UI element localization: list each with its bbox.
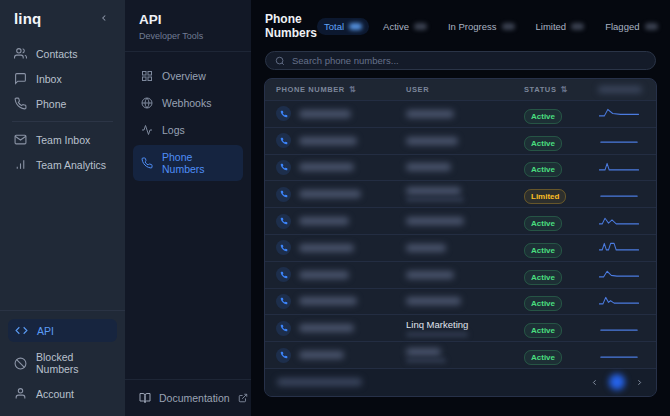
filter-tab-count-redacted: [571, 23, 584, 30]
code-icon: [15, 324, 28, 337]
status-cell: Active: [524, 105, 598, 123]
table-row[interactable]: Active: [265, 154, 656, 181]
user-cell: [406, 187, 524, 202]
user-cell: [406, 297, 524, 305]
user-cell: [406, 244, 524, 252]
book-icon: [139, 392, 151, 404]
usage-sparkline: [598, 268, 656, 281]
usage-sparkline: [598, 241, 656, 254]
status-cell: Active: [524, 292, 598, 310]
activity-icon: [141, 124, 153, 136]
panel-item-logs[interactable]: Logs: [133, 118, 243, 142]
usage-sparkline: [598, 215, 656, 228]
table-row[interactable]: Active: [265, 234, 656, 261]
chat-icon: [14, 72, 27, 85]
phone-number-cell: [276, 267, 406, 282]
status-badge: Active: [524, 216, 562, 231]
chevron-left-icon: [99, 13, 109, 23]
sidebar-item-api[interactable]: API: [8, 319, 117, 342]
sidebar-item-account[interactable]: Account: [0, 381, 125, 406]
user-cell: [406, 217, 524, 225]
sidebar-item-contacts[interactable]: Contacts: [0, 41, 125, 66]
phone-numbers-table: PHONE NUMBER ⇅ USER STATUS ⇅: [264, 78, 657, 397]
user-name-redacted: [406, 297, 461, 305]
status-badge: Active: [524, 109, 562, 124]
sidebar-item-inbox[interactable]: Inbox: [0, 66, 125, 91]
panel-item-overview[interactable]: Overview: [133, 64, 243, 88]
sidebar-item-label: Blocked Numbers: [36, 351, 111, 375]
user-cell: [406, 348, 524, 363]
user-name-redacted: [406, 244, 446, 252]
panel-title: API: [139, 12, 237, 27]
documentation-link[interactable]: Documentation: [125, 380, 251, 416]
phone-number-redacted: [299, 137, 357, 145]
previous-page-button[interactable]: [590, 378, 599, 387]
phone-number-cell: [276, 294, 406, 309]
status-cell: Active: [524, 158, 598, 176]
filter-tab-label: Flagged: [605, 21, 639, 32]
phone-icon: [276, 321, 291, 336]
user-icon: [14, 387, 27, 400]
column-header-phone-number[interactable]: PHONE NUMBER ⇅: [276, 85, 406, 94]
table-row[interactable]: Linq Marketing Active: [265, 314, 656, 341]
panel-item-phone-numbers[interactable]: Phone Numbers: [133, 145, 243, 181]
sidebar-item-phone[interactable]: Phone: [0, 91, 125, 116]
chevron-left-icon: [590, 378, 599, 387]
phone-icon: [276, 106, 291, 121]
filter-tab-in-progress[interactable]: In Progress: [441, 18, 522, 35]
phone-number-cell: [276, 106, 406, 121]
sidebar-item-team-inbox[interactable]: Team Inbox: [0, 127, 125, 152]
user-subtitle-redacted: [406, 358, 446, 363]
phone-number-redacted: [299, 190, 361, 198]
table-row[interactable]: Active: [265, 341, 656, 368]
user-name-redacted: [406, 348, 441, 356]
user-name-redacted: [406, 187, 461, 195]
column-header-status[interactable]: STATUS ⇅: [524, 85, 598, 94]
sidebar-item-team-analytics[interactable]: Team Analytics: [0, 152, 125, 177]
phone-number-cell: [276, 160, 406, 175]
panel-item-webhooks[interactable]: Webhooks: [133, 91, 243, 115]
current-page-redacted[interactable]: [609, 374, 625, 390]
pagination: [590, 374, 644, 390]
next-page-button[interactable]: [635, 378, 644, 387]
phone-number-cell: [276, 187, 406, 202]
panel-item-label: Logs: [162, 124, 185, 136]
table-row[interactable]: Active: [265, 100, 656, 127]
table-row[interactable]: Active: [265, 127, 656, 154]
filter-tab-active[interactable]: Active: [376, 18, 434, 35]
sort-icon: ⇅: [349, 85, 356, 94]
status-badge: Active: [524, 350, 562, 365]
search-bar: [265, 51, 656, 70]
filter-tab-limited[interactable]: Limited: [529, 18, 592, 35]
table-row[interactable]: Active: [265, 207, 656, 234]
status-badge: Limited: [524, 189, 566, 204]
table-row[interactable]: Active: [265, 261, 656, 288]
usage-sparkline: [598, 349, 656, 362]
phone-icon: [276, 267, 291, 282]
filter-tab-flagged[interactable]: Flagged: [598, 18, 664, 35]
search-input[interactable]: [292, 55, 646, 66]
user-cell: [406, 271, 524, 279]
status-cell: Limited: [524, 185, 598, 203]
usage-sparkline: [598, 295, 656, 308]
table-row[interactable]: Limited: [265, 180, 656, 207]
filter-tab-count-redacted: [349, 23, 362, 30]
sidebar-divider: [12, 121, 113, 122]
table-body: Active Active Active: [265, 100, 656, 368]
sidebar-collapse-button[interactable]: [96, 12, 112, 26]
table-header-row: PHONE NUMBER ⇅ USER STATUS ⇅: [265, 79, 656, 100]
status-badge: Active: [524, 136, 562, 151]
table-row[interactable]: Active: [265, 288, 656, 315]
filter-tab-total[interactable]: Total: [317, 18, 369, 35]
slash-circle-icon: [14, 357, 27, 370]
sidebar-item-blocked-numbers[interactable]: Blocked Numbers: [0, 345, 125, 381]
phone-icon: [141, 157, 153, 169]
api-subnav-panel: API Developer Tools Overview Webhooks: [125, 0, 251, 416]
status-cell: Active: [524, 239, 598, 257]
filter-tab-label: Limited: [536, 21, 567, 32]
results-summary-redacted: [277, 378, 362, 386]
sidebar-item-label: Phone: [36, 98, 66, 110]
phone-number-redacted: [299, 324, 354, 332]
panel-subtitle: Developer Tools: [139, 31, 237, 41]
status-cell: Active: [524, 346, 598, 364]
